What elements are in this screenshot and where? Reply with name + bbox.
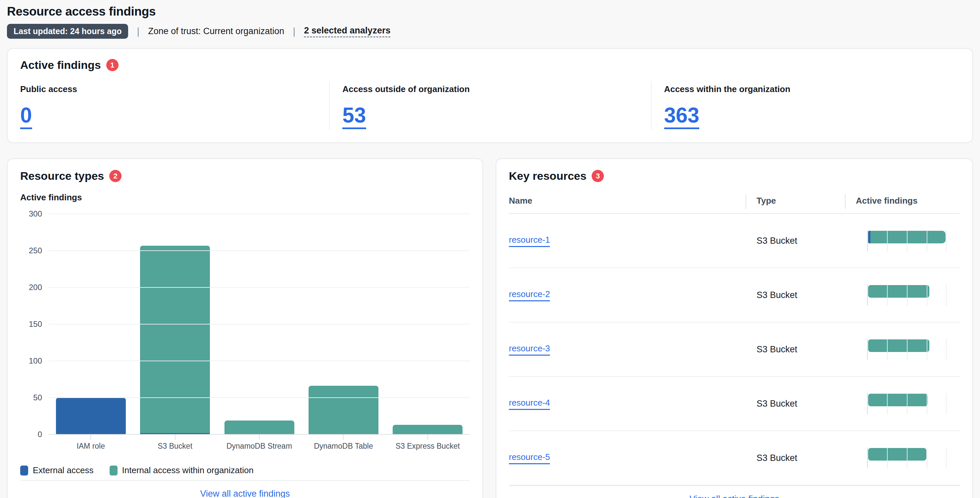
- mini-chart-tick: [946, 447, 947, 469]
- stat-within-org: Access within the organization 363: [651, 81, 972, 130]
- stat-public-access: Public access 0: [8, 81, 329, 130]
- bar-s3-bucket[interactable]: [140, 246, 210, 434]
- bar-chart: 050100150200250300 IAM role S3 Bucket Dy…: [20, 214, 470, 451]
- mini-chart-tick: [907, 230, 907, 251]
- gridline: 300: [49, 213, 470, 214]
- divider: |: [137, 26, 139, 37]
- resource-link[interactable]: resource-4: [509, 398, 550, 410]
- x-label: DynamoDB Stream: [217, 442, 301, 451]
- bar-chart-plot: 050100150200250300: [49, 214, 470, 434]
- gridline: 100: [49, 361, 470, 361]
- mini-bar-chart: [867, 393, 947, 414]
- mini-chart-tick: [927, 339, 928, 360]
- mini-chart-tick: [887, 285, 888, 305]
- key-resources-footer: View all active findings: [509, 485, 960, 498]
- legend-swatch-teal: [110, 466, 118, 476]
- resource-link[interactable]: resource-1: [509, 235, 550, 247]
- resource-link[interactable]: resource-2: [509, 289, 550, 301]
- column-header-active-findings: Active findings: [856, 196, 960, 206]
- chart-y-axis-title: Active findings: [20, 193, 470, 203]
- active-findings-title: Active findings: [20, 59, 101, 72]
- view-all-findings-link[interactable]: View all active findings: [200, 489, 290, 498]
- mini-bar-chart: [867, 339, 947, 360]
- outside-org-count-link[interactable]: 53: [342, 104, 366, 129]
- x-axis-tick: [343, 434, 344, 440]
- y-axis-tick-label: 150: [29, 320, 42, 329]
- active-findings-stats: Public access 0 Access outside of organi…: [8, 81, 972, 130]
- mini-bar-chart: [867, 285, 947, 305]
- y-axis-tick-label: 50: [33, 393, 42, 402]
- header-meta-row: Last updated: 24 hours ago | Zone of tru…: [7, 24, 973, 39]
- mini-chart-tick: [867, 230, 868, 251]
- active-findings-card: Active findings 1 Public access 0 Access…: [7, 48, 973, 143]
- gridline: 50: [49, 397, 470, 398]
- key-resources-heading: Key resources 3: [509, 170, 960, 183]
- selected-analyzers-link[interactable]: 2 selected analyzers: [304, 25, 390, 37]
- annotation-badge-1: 1: [106, 59, 119, 71]
- active-findings-bar: [868, 448, 926, 461]
- mini-chart-tick: [907, 285, 907, 305]
- mini-chart-tick: [887, 447, 888, 469]
- mini-chart-tick: [887, 230, 888, 251]
- zone-of-trust-label: Zone of trust: Current organization: [148, 26, 284, 37]
- gridline: 150: [49, 324, 470, 325]
- last-updated-badge: Last updated: 24 hours ago: [7, 24, 128, 39]
- bar-iam-role[interactable]: [56, 398, 126, 434]
- resource-types-card: Resource types 2 Active findings 0501001…: [7, 158, 483, 498]
- mini-chart-tick: [867, 285, 868, 305]
- divider: |: [293, 26, 295, 37]
- mini-bar-chart: [867, 230, 947, 251]
- bar-dynamodb-table[interactable]: [309, 386, 379, 434]
- active-findings-bar: [868, 339, 929, 352]
- table-body: resource-1 S3 Bucket resource-2 S3 Bucke…: [509, 214, 960, 485]
- gridline: 200: [49, 287, 470, 288]
- resource-type: S3 Bucket: [757, 453, 856, 463]
- mini-chart-tick: [867, 393, 868, 414]
- mini-chart-tick: [927, 447, 928, 469]
- y-axis-tick-label: 100: [29, 356, 42, 366]
- mini-bar-chart: [867, 447, 947, 469]
- legend-internal-access: Internal access within organization: [110, 465, 254, 476]
- bar-dynamodb-stream[interactable]: [224, 420, 294, 434]
- mini-chart-tick: [946, 285, 947, 305]
- bottom-row: Resource types 2 Active findings 0501001…: [7, 158, 973, 498]
- bar-chart-x-labels: IAM role S3 Bucket DynamoDB Stream Dynam…: [49, 442, 470, 451]
- x-label: DynamoDB Table: [301, 442, 385, 451]
- table-row: resource-3 S3 Bucket: [509, 323, 960, 377]
- mini-chart-tick: [946, 339, 947, 360]
- public-access-count-link[interactable]: 0: [20, 104, 32, 129]
- mini-chart-tick: [927, 285, 928, 305]
- view-all-findings-link[interactable]: View all active findings: [689, 494, 779, 498]
- x-axis-tick: [175, 434, 175, 440]
- mini-chart-tick: [867, 447, 868, 469]
- page-title: Resource access findings: [7, 5, 973, 19]
- mini-chart-tick: [907, 393, 907, 414]
- x-axis-tick: [428, 434, 428, 440]
- x-label: S3 Express Bucket: [386, 442, 470, 451]
- within-org-count-link[interactable]: 363: [664, 104, 700, 129]
- table-row: resource-4 S3 Bucket: [509, 377, 960, 431]
- stat-outside-org: Access outside of organization 53: [329, 81, 651, 130]
- x-axis-tick: [91, 434, 91, 440]
- column-header-name: Name: [509, 196, 757, 206]
- annotation-badge-2: 2: [109, 170, 121, 182]
- y-axis-tick-label: 300: [29, 209, 42, 218]
- page: Resource access findings Last updated: 2…: [0, 0, 980, 498]
- mini-chart-tick: [907, 339, 907, 360]
- y-axis-tick-label: 200: [29, 283, 42, 292]
- table-row: resource-5 S3 Bucket: [509, 431, 960, 485]
- y-axis-tick-label: 0: [38, 430, 42, 439]
- resource-type: S3 Bucket: [757, 236, 856, 246]
- resource-types-heading: Resource types 2: [20, 170, 470, 183]
- key-resources-title: Key resources: [509, 170, 586, 183]
- column-header-type: Type: [757, 196, 856, 206]
- annotation-badge-3: 3: [592, 170, 604, 182]
- resource-link[interactable]: resource-3: [509, 344, 550, 356]
- key-resources-card: Key resources 3 Name Type Active finding…: [496, 158, 973, 498]
- x-label: IAM role: [49, 442, 133, 451]
- resource-link[interactable]: resource-5: [509, 452, 550, 464]
- bar-s3-express-bucket[interactable]: [393, 425, 463, 434]
- x-axis-tick: [259, 434, 259, 440]
- x-label: S3 Bucket: [133, 442, 217, 451]
- mini-chart-tick: [887, 393, 888, 414]
